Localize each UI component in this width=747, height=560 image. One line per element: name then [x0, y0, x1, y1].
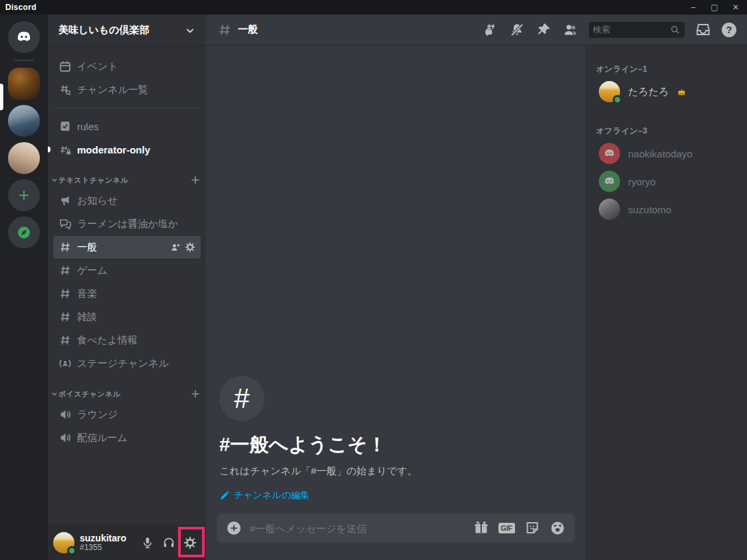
- search-input[interactable]: [593, 25, 670, 35]
- offline-group-header: オフライン–3: [596, 126, 742, 137]
- hash-icon: [58, 287, 72, 300]
- channel-label: ステージチャンネル: [77, 357, 169, 370]
- add-server-button[interactable]: [8, 179, 40, 211]
- category-text-channels[interactable]: テキストチャンネル: [48, 171, 206, 189]
- notifications-muted-bell-icon[interactable]: [509, 22, 525, 38]
- user-avatar[interactable]: [53, 532, 74, 553]
- member-row-suzutomo[interactable]: suzutomo: [596, 195, 742, 223]
- server-avatar-selected[interactable]: [8, 68, 40, 100]
- welcome-title: #一般へようこそ！: [219, 432, 572, 458]
- headphones-icon: [162, 536, 175, 549]
- server-avatar-woman[interactable]: [8, 142, 40, 174]
- online-status-dot: [67, 546, 76, 555]
- compass-icon: [16, 225, 32, 240]
- member-avatar: [599, 199, 620, 220]
- channel-label: ラウンジ: [77, 409, 118, 421]
- server-rail: [0, 15, 48, 560]
- attach-plus-icon[interactable]: [226, 520, 242, 536]
- voice-channel-stream-room[interactable]: 配信ルーム: [53, 426, 201, 449]
- voice-channel-lounge[interactable]: ラウンジ: [53, 403, 201, 426]
- channel-item-food-info[interactable]: 食べたよ情報: [53, 329, 201, 351]
- channel-list: イベント チャンネル一覧 rules: [48, 47, 206, 525]
- user-settings-button[interactable]: [179, 532, 201, 553]
- rail-divider: [13, 60, 35, 61]
- unread-indicator: [48, 147, 51, 153]
- member-list-icon[interactable]: [562, 22, 578, 38]
- plus-icon: [16, 187, 32, 203]
- sidebar-item-label: チャンネル一覧: [77, 84, 148, 96]
- selected-server-pill: [0, 84, 3, 110]
- channel-item-chat[interactable]: 雑談: [53, 306, 201, 328]
- category-label: テキストチャンネル: [58, 175, 190, 185]
- member-row-ryoryo[interactable]: ryoryo: [596, 167, 742, 195]
- online-status-dot: [613, 95, 622, 104]
- message-input[interactable]: [250, 523, 465, 534]
- member-list: オンライン–1 たろたろ オフライン–3: [586, 45, 747, 560]
- chevron-down-icon: [185, 25, 195, 36]
- edit-channel-label: チャンネルの編集: [234, 490, 310, 502]
- hash-glyph: #: [234, 383, 249, 415]
- help-button[interactable]: ?: [722, 23, 736, 37]
- sidebar-item-events[interactable]: イベント: [53, 55, 201, 78]
- minimize-button[interactable]: –: [687, 1, 699, 13]
- home-button[interactable]: [8, 21, 40, 53]
- channel-item-moderator-only[interactable]: moderator-only: [53, 138, 201, 161]
- search-icon: [670, 25, 681, 35]
- category-voice-channels[interactable]: ボイスチャンネル: [48, 385, 206, 403]
- channel-sidebar: 美味しいもの倶楽部 イベント チ: [48, 15, 206, 560]
- mute-mic-button[interactable]: [137, 532, 158, 553]
- sidebar-item-label: イベント: [77, 60, 118, 73]
- server-header[interactable]: 美味しいもの倶楽部: [48, 15, 206, 47]
- maximize-button[interactable]: ▢: [708, 1, 720, 13]
- chat-area: # #一般へようこそ！ これはチャンネル「#一般」の始まりです。 チャンネルの編…: [206, 45, 586, 560]
- member-name: たろたろ: [628, 86, 669, 98]
- channel-item-ramen-forum[interactable]: ラーメンは醤油か塩か: [53, 213, 201, 235]
- welcome-hash-circle: #: [219, 376, 265, 421]
- server-name: 美味しいもの倶楽部: [58, 24, 185, 37]
- emoji-picker-icon[interactable]: [550, 520, 566, 536]
- member-row-tarotaro[interactable]: たろたろ: [596, 78, 742, 106]
- inbox-icon[interactable]: [695, 22, 711, 38]
- hash-icon: [58, 310, 72, 324]
- channel-item-announcements[interactable]: お知らせ: [53, 189, 201, 212]
- channel-item-stage[interactable]: ステージチャンネル: [53, 352, 201, 375]
- user-discriminator: #1355: [80, 543, 126, 553]
- hash-icon: [58, 333, 72, 347]
- channel-header-name: 一般: [238, 23, 258, 36]
- deafen-button[interactable]: [158, 532, 179, 553]
- channel-item-general[interactable]: 一般: [53, 236, 201, 258]
- sticker-icon[interactable]: [524, 520, 540, 536]
- hash-icon: [58, 264, 72, 277]
- channel-label: お知らせ: [77, 195, 118, 207]
- invite-people-icon[interactable]: [170, 242, 181, 252]
- channel-label: ラーメンは醤油か塩か: [77, 218, 178, 231]
- member-avatar: [599, 171, 620, 192]
- edit-channel-link[interactable]: チャンネルの編集: [219, 490, 310, 502]
- window-title: Discord: [5, 3, 37, 12]
- channel-item-games[interactable]: ゲーム: [53, 259, 201, 282]
- channel-label: moderator-only: [77, 144, 150, 155]
- explore-servers-button[interactable]: [8, 217, 40, 248]
- rules-icon: [58, 120, 72, 133]
- member-name: suzutomo: [628, 204, 671, 215]
- add-channel-icon[interactable]: [190, 389, 201, 399]
- microphone-icon: [141, 536, 154, 549]
- sidebar-item-browse-channels[interactable]: チャンネル一覧: [53, 78, 201, 101]
- pinned-messages-icon[interactable]: [536, 22, 552, 38]
- stage-channel-icon: [58, 357, 72, 370]
- member-row-naokikatodayo[interactable]: naokikatodayo: [596, 140, 742, 167]
- server-avatar-train[interactable]: [8, 105, 40, 137]
- add-channel-icon[interactable]: [190, 175, 201, 185]
- close-button[interactable]: ✕: [730, 1, 742, 13]
- channel-item-rules[interactable]: rules: [53, 115, 201, 138]
- discord-logo-icon: [15, 28, 33, 47]
- channel-label: rules: [77, 121, 99, 132]
- discord-logo-icon: [603, 147, 616, 160]
- chevron-down-icon: [51, 390, 58, 398]
- gif-picker-button[interactable]: GIF: [498, 523, 516, 534]
- channel-item-music[interactable]: 音楽: [53, 282, 201, 305]
- channel-settings-gear-icon[interactable]: [185, 242, 195, 252]
- threads-icon[interactable]: [482, 22, 498, 38]
- gift-icon[interactable]: [473, 520, 489, 536]
- hash-icon: [217, 22, 233, 38]
